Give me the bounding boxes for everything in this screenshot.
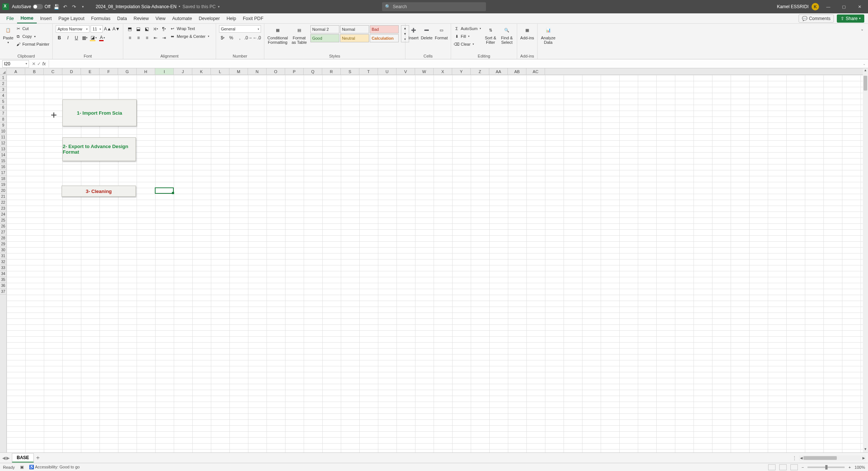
vertical-scroll-thumb[interactable] [864,76,867,91]
column-header-Y[interactable]: Y [452,68,471,75]
minimize-icon[interactable]: — [822,0,835,13]
column-header-M[interactable]: M [229,68,248,75]
bold-button[interactable]: B [56,34,63,42]
tab-page-layout[interactable]: Page Layout [55,13,88,23]
delete-cells-button[interactable]: ➖Delete [421,25,433,40]
font-color-button[interactable]: A▾ [98,34,106,42]
font-size-select[interactable]: 11▾ [91,25,103,33]
row-header-15[interactable]: 15 [0,158,6,164]
comments-button[interactable]: 💬 Comments [799,14,834,23]
column-header-F[interactable]: F [99,68,118,75]
column-header-C[interactable]: C [44,68,62,75]
row-header-1[interactable]: 1 [0,75,6,81]
selected-cell[interactable] [155,187,174,194]
row-header-16[interactable]: 16 [0,164,6,170]
tab-formulas[interactable]: Formulas [88,13,114,23]
column-header-N[interactable]: N [248,68,267,75]
enter-formula-icon[interactable]: ✓ [37,61,41,66]
cell-styles-gallery[interactable]: Normal 2 Normal Bad Good Neutral Calcula… [310,25,399,42]
column-headers[interactable]: ABCDEFGHIJKLMNOPQRSTUVWXYZAAABAC [7,68,863,75]
orientation-icon[interactable]: ⤭▾ [152,25,159,33]
align-right-icon[interactable]: ≡ [143,34,151,42]
row-header-36[interactable]: 36 [0,283,6,289]
conditional-formatting-button[interactable]: ▦Conditional Formatting [267,25,288,45]
decrease-font-icon[interactable]: A▼ [112,25,120,33]
row-header-23[interactable]: 23 [0,206,6,212]
row-header-11[interactable]: 11 [0,134,6,140]
column-header-AB[interactable]: AB [508,68,526,75]
style-good[interactable]: Good [310,34,339,42]
fill-color-button[interactable]: ◪▾ [90,34,97,42]
row-header-26[interactable]: 26 [0,223,6,229]
style-calculation[interactable]: Calculation [370,34,399,42]
expand-formula-bar-icon[interactable]: ⌄ [861,62,868,66]
row-header-35[interactable]: 35 [0,277,6,283]
sheet-tab-base[interactable]: BASE [12,453,34,462]
share-button[interactable]: ⇪ Share ▾ [837,14,864,23]
fx-icon[interactable]: fx [42,61,46,66]
decrease-decimal-icon[interactable]: ←.0 [253,34,261,42]
increase-font-icon[interactable]: A▲ [104,25,111,33]
column-header-O[interactable]: O [267,68,285,75]
accounting-format-icon[interactable]: $▾ [219,34,226,42]
scroll-up-icon[interactable]: ▲ [863,68,868,73]
row-header-9[interactable]: 9 [0,122,6,128]
column-header-G[interactable]: G [118,68,137,75]
redo-icon[interactable]: ↷ [71,4,77,10]
row-headers[interactable]: 1234567891011121314151617181920212223242… [0,75,7,452]
column-header-A[interactable]: A [7,68,25,75]
column-header-P[interactable]: P [285,68,304,75]
row-header-28[interactable]: 28 [0,235,6,241]
row-header-6[interactable]: 6 [0,105,6,111]
view-page-layout-icon[interactable] [779,464,787,470]
avatar[interactable]: K [812,3,819,10]
cancel-formula-icon[interactable]: ✕ [32,61,36,66]
row-header-7[interactable]: 7 [0,111,6,117]
save-icon[interactable]: 💾 [53,4,59,10]
column-header-AC[interactable]: AC [526,68,545,75]
name-box[interactable]: I20 ▾ [2,60,29,68]
maximize-icon[interactable]: ▢ [838,0,850,13]
row-header-25[interactable]: 25 [0,217,6,223]
tab-home[interactable]: Home [17,13,37,23]
column-header-T[interactable]: T [359,68,378,75]
row-header-8[interactable]: 8 [0,117,6,122]
column-header-Z[interactable]: Z [471,68,489,75]
text-direction-icon[interactable]: ¶▾ [160,25,168,33]
row-header-21[interactable]: 21 [0,194,6,200]
tab-automate[interactable]: Automate [169,13,196,23]
insert-cells-button[interactable]: ➕Insert [408,25,419,40]
italic-button[interactable]: I [64,34,72,42]
tab-review[interactable]: Review [130,13,152,23]
row-header-10[interactable]: 10 [0,128,6,134]
filename-chevron-icon[interactable]: ▾ [218,5,220,9]
align-center-icon[interactable]: ≡ [135,34,142,42]
column-header-J[interactable]: J [174,68,192,75]
column-header-D[interactable]: D [62,68,81,75]
align-middle-icon[interactable]: ⬓ [135,25,142,33]
tab-scroll-menu-icon[interactable]: ⋮ [792,455,797,461]
tab-foxit-pdf[interactable]: Foxit PDF [239,13,267,23]
close-icon[interactable]: ✕ [853,0,866,13]
row-header-3[interactable]: 3 [0,87,6,93]
row-header-29[interactable]: 29 [0,241,6,247]
increase-indent-icon[interactable]: ⇥ [160,34,168,42]
worksheet-grid[interactable]: ABCDEFGHIJKLMNOPQRSTUVWXYZAAABAC 1234567… [0,68,868,452]
button-import-from-scia[interactable]: 1- Import From Scia [62,99,137,126]
find-select-button[interactable]: 🔍Find & Select [500,25,514,45]
row-header-17[interactable]: 17 [0,170,6,176]
row-header-20[interactable]: 20 [0,188,6,194]
tab-view[interactable]: View [152,13,169,23]
select-all-button[interactable] [0,68,7,75]
row-header-33[interactable]: 33 [0,265,6,271]
column-header-I[interactable]: I [155,68,174,75]
zoom-in-icon[interactable]: + [848,465,851,470]
zoom-slider[interactable] [807,467,845,468]
clear-button[interactable]: ⌫Clear▾ [454,41,481,48]
row-header-4[interactable]: 4 [0,93,6,99]
qat-customize-icon[interactable]: ▾ [80,4,86,10]
column-header-V[interactable]: V [397,68,415,75]
tab-data[interactable]: Data [114,13,130,23]
column-header-AA[interactable]: AA [489,68,508,75]
column-header-H[interactable]: H [137,68,155,75]
